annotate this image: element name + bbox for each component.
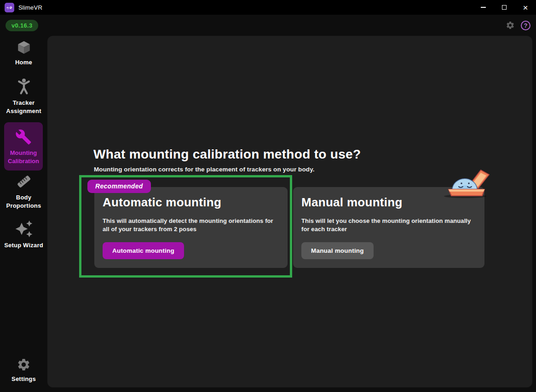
maximize-button[interactable] <box>494 0 515 15</box>
manual-mounting-button[interactable]: Manual mounting <box>301 242 374 259</box>
cube-icon <box>16 40 32 55</box>
page-title: What mounting calibration method to use? <box>93 147 361 162</box>
sidebar-item-label: Mounting Calibration <box>6 149 41 165</box>
manual-mounting-card: Manual mounting This will let you choose… <box>293 187 484 268</box>
sidebar-item-home[interactable]: Home <box>0 40 47 67</box>
gear-icon <box>506 21 515 30</box>
ruler-icon <box>15 173 33 190</box>
question-mark-icon: ? <box>524 22 528 29</box>
window-controls: × <box>473 0 536 15</box>
automatic-mounting-card: Automatic mounting This will automatical… <box>94 187 288 268</box>
maximize-icon <box>502 5 507 10</box>
sidebar: Home Tracker Assignment Mounting Calibra… <box>0 36 47 392</box>
sidebar-item-settings[interactable]: Settings <box>0 358 47 383</box>
card-description: This will let you choose the mounting or… <box>301 217 476 233</box>
sidebar-item-body-proportions[interactable]: Body Proportions <box>0 173 47 210</box>
gear-icon <box>17 358 31 372</box>
sidebar-item-tracker-assignment[interactable]: Tracker Assignment <box>0 77 47 115</box>
sidebar-item-mounting-calibration[interactable]: Mounting Calibration <box>4 122 43 170</box>
wrench-icon <box>15 129 32 145</box>
slimevr-logo-icon <box>5 3 14 12</box>
version-badge: v0.16.3 <box>6 20 38 31</box>
recommended-badge: Recommended <box>87 180 151 193</box>
sidebar-item-setup-wizard[interactable]: Setup Wizard <box>0 220 47 250</box>
minimize-icon <box>481 7 486 8</box>
titlebar: SlimeVR × <box>0 0 536 15</box>
card-title: Automatic mounting <box>103 195 279 210</box>
topbar-actions: ? <box>506 21 530 30</box>
sparkles-icon <box>15 220 33 238</box>
main-content-panel: What mounting calibration method to use?… <box>47 36 532 387</box>
card-description: This will automatically detect the mount… <box>103 217 279 233</box>
topbar: v0.16.3 ? <box>0 15 536 36</box>
close-icon: × <box>523 3 528 12</box>
sidebar-item-label: Setup Wizard <box>3 241 45 250</box>
settings-gear-button[interactable] <box>506 21 515 30</box>
automatic-mounting-button[interactable]: Automatic mounting <box>103 242 184 259</box>
sidebar-item-label: Home <box>3 58 45 67</box>
sidebar-item-label: Tracker Assignment <box>3 99 45 115</box>
sidebar-item-label: Body Proportions <box>3 193 45 210</box>
close-button[interactable]: × <box>515 0 536 15</box>
window-title: SlimeVR <box>18 4 42 11</box>
person-icon <box>15 77 33 96</box>
help-button[interactable]: ? <box>521 21 530 30</box>
sidebar-item-label: Settings <box>3 375 45 383</box>
minimize-button[interactable] <box>473 0 494 15</box>
slime-mascot-image <box>441 169 490 199</box>
page-subtitle: Mounting orientation corrects for the pl… <box>94 166 315 173</box>
